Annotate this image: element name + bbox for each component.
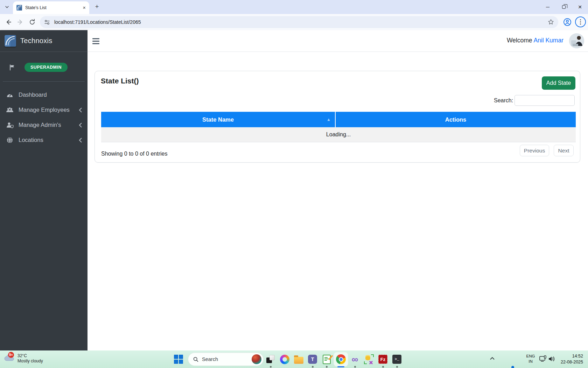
site-favicon-icon: [16, 5, 22, 11]
sidebar-item-dashboard[interactable]: Dashboard: [0, 87, 88, 102]
language-indicator[interactable]: ENG IN: [524, 354, 537, 364]
brand[interactable]: Technoxis: [0, 30, 88, 52]
role-badge: SUPERADMIN: [24, 63, 68, 72]
sort-asc-icon[interactable]: ▲: [327, 117, 331, 122]
active-app-indicator: [337, 366, 344, 367]
forward-button[interactable]: [15, 17, 25, 27]
tray-date: 22-08-2025: [561, 359, 583, 365]
restore-icon: [562, 5, 566, 9]
weather-widget[interactable]: 9+ 32°C Mostly cloudy: [4, 352, 43, 364]
chevron-down-icon: [5, 5, 9, 9]
welcome-text: Welcome Anil Kumar: [507, 37, 564, 44]
tab-close-button[interactable]: ✕: [81, 5, 87, 11]
state-list-card: State List() Add State Search: State Nam…: [94, 71, 580, 163]
hamburger-menu-button[interactable]: [91, 36, 101, 46]
table-info-text: Showing 0 to 0 of 0 entries: [101, 151, 167, 157]
sidebar-item-locations[interactable]: Locations: [0, 132, 88, 148]
running-indicator: [312, 366, 314, 368]
welcome-label: Welcome: [507, 37, 532, 44]
back-icon: [5, 19, 12, 25]
bookmark-star-icon[interactable]: [548, 19, 554, 25]
running-indicator: [382, 366, 384, 368]
minimize-icon: ─: [546, 4, 550, 10]
previous-page-button[interactable]: Previous: [520, 145, 549, 156]
role-row: SUPERADMIN: [9, 63, 88, 72]
next-page-button[interactable]: Next: [554, 145, 574, 156]
brand-name: Technoxis: [20, 37, 52, 45]
reload-button[interactable]: [27, 17, 37, 27]
running-indicator: [270, 366, 272, 368]
browser-profile-button[interactable]: [562, 17, 573, 27]
file-explorer-icon[interactable]: [293, 354, 304, 365]
tab-search-button[interactable]: [3, 3, 11, 11]
chevron-left-icon: [79, 138, 82, 143]
terminal-icon[interactable]: >_: [391, 354, 402, 365]
window-minimize-button[interactable]: ─: [540, 0, 556, 14]
taskbar-clock[interactable]: 14:52 22-08-2025: [561, 353, 583, 365]
new-tab-button[interactable]: +: [93, 3, 101, 11]
sidebar-item-manage-employees[interactable]: Manage Employees: [0, 102, 88, 117]
desktop-screen: State's List ✕ + ─ ✕ localhost:7191/Loca…: [0, 0, 588, 368]
task-view-icon[interactable]: [265, 354, 276, 365]
weather-temperature: 32°C: [18, 353, 43, 359]
column-label: Actions: [445, 116, 467, 123]
back-button[interactable]: [4, 17, 13, 27]
add-state-button[interactable]: Add State: [542, 76, 575, 90]
sidebar-item-manage-admins[interactable]: Manage Admin's: [0, 117, 88, 132]
sql-tools-icon[interactable]: [363, 354, 374, 365]
user-shield-icon: [6, 122, 14, 129]
tab-title: State's List: [25, 5, 81, 10]
language-code: ENG: [524, 354, 537, 359]
flag-icon: [9, 64, 16, 71]
browser-menu-button[interactable]: [575, 16, 586, 27]
url-text[interactable]: localhost:7191/Locations/StateList/2065: [54, 19, 548, 25]
visual-studio-icon[interactable]: ∞: [349, 354, 360, 365]
chrome-icon[interactable]: [334, 352, 348, 366]
column-header-actions[interactable]: Actions: [336, 112, 576, 127]
filezilla-icon[interactable]: Fz: [377, 354, 388, 365]
search-input[interactable]: [514, 95, 575, 106]
brand-logo-icon: [5, 35, 16, 47]
reload-icon: [29, 19, 35, 25]
user-avatar[interactable]: [569, 33, 584, 48]
username-link[interactable]: Anil Kumar: [533, 37, 564, 44]
notification-badge: 9+: [8, 352, 14, 358]
running-indicator: [396, 366, 398, 368]
notepad-editor-icon[interactable]: [321, 354, 332, 365]
close-icon: ✕: [578, 4, 582, 10]
sidebar-item-label: Dashboard: [19, 91, 47, 98]
profile-icon: [563, 18, 572, 26]
gauge-icon: [6, 91, 14, 98]
sidebar-item-label: Manage Admin's: [19, 122, 61, 128]
start-button[interactable]: [174, 355, 183, 364]
table-header: State Name ▲ Actions: [101, 112, 576, 127]
tray-chevron-up-icon[interactable]: [490, 357, 495, 360]
browser-tab[interactable]: State's List ✕: [13, 1, 89, 14]
sidebar-item-label: Locations: [19, 137, 43, 143]
browser-tabstrip: State's List ✕ + ─ ✕: [0, 0, 588, 14]
teams-icon[interactable]: T: [307, 354, 318, 365]
copilot-icon[interactable]: [279, 354, 290, 365]
users-icon: [6, 107, 14, 114]
search-highlight-image[interactable]: [252, 354, 261, 364]
search-icon: [193, 357, 198, 362]
weather-condition: Mostly cloudy: [18, 359, 43, 364]
volume-icon[interactable]: [548, 356, 555, 362]
display-cast-icon[interactable]: [539, 355, 547, 362]
sync-status-dot: [511, 366, 514, 368]
window-controls: ─ ✕: [540, 0, 588, 14]
tray-time: 14:52: [561, 353, 583, 359]
window-close-button[interactable]: ✕: [572, 0, 588, 14]
sidebar-item-label: Manage Employees: [19, 107, 70, 113]
site-info-icon[interactable]: [44, 19, 50, 25]
taskbar-search-box[interactable]: Search: [188, 353, 264, 366]
loading-text: Loading...: [326, 131, 351, 138]
app-header: Welcome Anil Kumar: [88, 30, 588, 52]
globe-icon: [6, 137, 14, 144]
page-title: State List(): [101, 77, 139, 85]
column-header-state-name[interactable]: State Name ▲: [101, 112, 336, 127]
running-indicator: [326, 366, 328, 368]
chevron-left-icon: [79, 123, 82, 128]
window-restore-button[interactable]: [556, 0, 572, 14]
address-bar[interactable]: localhost:7191/Locations/StateList/2065: [40, 16, 558, 28]
